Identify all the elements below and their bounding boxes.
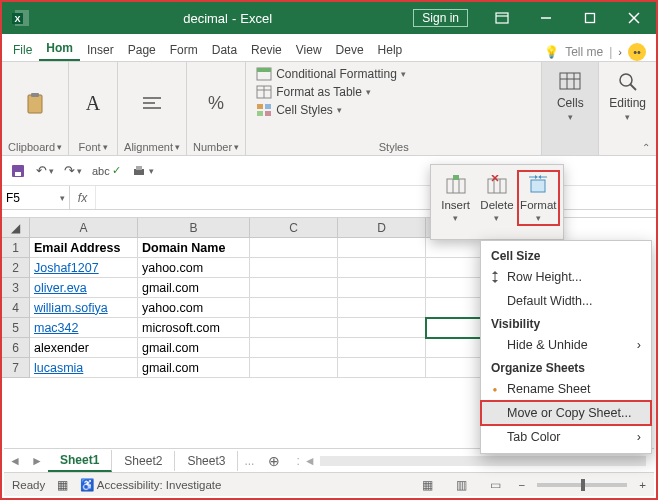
delete-cells-button[interactable]: Delete▾ bbox=[476, 171, 517, 225]
chevron-right-icon[interactable]: › bbox=[618, 46, 622, 58]
sheet-tab[interactable]: Sheet2 bbox=[112, 451, 175, 471]
cell[interactable]: Joshaf1207 bbox=[30, 258, 138, 278]
menu-review[interactable]: Revie bbox=[244, 39, 289, 61]
row-header[interactable]: 4 bbox=[2, 298, 30, 318]
menu-row-height[interactable]: Row Height... bbox=[481, 265, 651, 289]
menu-home[interactable]: Hom bbox=[39, 37, 80, 61]
sheet-tab[interactable]: Sheet3 bbox=[175, 451, 238, 471]
menu-file[interactable]: File bbox=[6, 39, 39, 61]
redo-button[interactable]: ↷▾ bbox=[64, 163, 82, 178]
status-macro-icon[interactable]: ▦ bbox=[57, 478, 68, 492]
row-header[interactable]: 7 bbox=[2, 358, 30, 378]
undo-button[interactable]: ↶▾ bbox=[36, 163, 54, 178]
menu-rename-sheet[interactable]: ●Rename Sheet bbox=[481, 377, 651, 401]
col-header[interactable]: C bbox=[250, 218, 338, 238]
hscrollbar[interactable] bbox=[320, 456, 646, 466]
menu-tab-color[interactable]: Tab Color› bbox=[481, 425, 651, 449]
sheet-nav-next[interactable]: ► bbox=[26, 454, 48, 468]
minimize-icon[interactable] bbox=[524, 2, 568, 34]
format-cells-button[interactable]: Format▾ bbox=[518, 171, 559, 225]
cell[interactable]: yahoo.com bbox=[138, 258, 250, 278]
menu-hide-unhide[interactable]: Hide & Unhide› bbox=[481, 333, 651, 357]
close-icon[interactable] bbox=[612, 2, 656, 34]
menu-page[interactable]: Page bbox=[121, 39, 163, 61]
fx-icon[interactable]: fx bbox=[70, 186, 96, 209]
view-pagebreak-icon[interactable]: ▭ bbox=[485, 476, 507, 494]
menu-formulas[interactable]: Form bbox=[163, 39, 205, 61]
save-button[interactable] bbox=[10, 163, 26, 179]
status-ready: Ready bbox=[12, 479, 45, 491]
svg-text:X: X bbox=[14, 14, 20, 24]
ribbon-alignment-group: Alignment▾ bbox=[118, 62, 187, 155]
menu-developer[interactable]: Deve bbox=[329, 39, 371, 61]
svg-marker-45 bbox=[535, 175, 538, 179]
alignment-button[interactable] bbox=[134, 89, 170, 119]
account-emoji-icon[interactable]: •• bbox=[628, 43, 646, 61]
hscroll-left-icon[interactable]: ◄ bbox=[304, 454, 316, 468]
col-header[interactable]: D bbox=[338, 218, 426, 238]
zoom-in-button[interactable]: + bbox=[639, 479, 646, 491]
view-pagelayout-icon[interactable]: ▥ bbox=[451, 476, 473, 494]
ribbon-display-icon[interactable] bbox=[480, 2, 524, 34]
accessibility-status[interactable]: ♿ Accessibility: Investigate bbox=[80, 478, 221, 492]
collapse-ribbon-icon[interactable]: ⌃ bbox=[642, 142, 650, 153]
cell[interactable]: lucasmia bbox=[30, 358, 138, 378]
cell[interactable] bbox=[250, 238, 338, 258]
tell-me[interactable]: Tell me bbox=[565, 45, 603, 59]
cell[interactable]: william.sofiya bbox=[30, 298, 138, 318]
row-header[interactable]: 6 bbox=[2, 338, 30, 358]
menu-data[interactable]: Data bbox=[205, 39, 244, 61]
menu-view[interactable]: View bbox=[289, 39, 329, 61]
view-normal-icon[interactable]: ▦ bbox=[417, 476, 439, 494]
svg-rect-3 bbox=[496, 13, 508, 23]
row-header[interactable]: 2 bbox=[2, 258, 30, 278]
cell-styles-button[interactable]: Cell Styles▾ bbox=[254, 102, 533, 118]
spellcheck-button[interactable]: abc✓ bbox=[92, 164, 121, 177]
sheet-nav-prev[interactable]: ◄ bbox=[4, 454, 26, 468]
menu-default-width[interactable]: Default Width... bbox=[481, 289, 651, 313]
cells-button[interactable]: Cells▾ bbox=[548, 66, 592, 124]
menu-insert[interactable]: Inser bbox=[80, 39, 121, 61]
signin-button[interactable]: Sign in bbox=[413, 9, 468, 27]
sheet-tab[interactable]: Sheet1 bbox=[48, 450, 112, 472]
col-header[interactable]: A bbox=[30, 218, 138, 238]
new-sheet-button[interactable]: ⊕ bbox=[260, 453, 288, 469]
cell[interactable]: Domain Name bbox=[138, 238, 250, 258]
menu-help[interactable]: Help bbox=[371, 39, 410, 61]
cell[interactable]: yahoo.com bbox=[138, 298, 250, 318]
cell[interactable]: alexender bbox=[30, 338, 138, 358]
menu-move-or-copy-sheet[interactable]: Move or Copy Sheet... bbox=[481, 401, 651, 425]
ribbon-cells-group: Cells▾ bbox=[542, 62, 599, 155]
paste-button[interactable] bbox=[17, 89, 53, 119]
cell[interactable]: gmail.com bbox=[138, 338, 250, 358]
editing-button[interactable]: Editing▾ bbox=[605, 66, 650, 124]
cell[interactable]: microsoft.com bbox=[138, 318, 250, 338]
cell[interactable] bbox=[338, 238, 426, 258]
svg-rect-22 bbox=[265, 111, 271, 116]
cell[interactable]: Email Address bbox=[30, 238, 138, 258]
conditional-formatting-button[interactable]: Conditional Formatting▾ bbox=[254, 66, 533, 82]
zoom-out-button[interactable]: − bbox=[519, 479, 526, 491]
svg-rect-21 bbox=[257, 111, 263, 116]
cell[interactable]: gmail.com bbox=[138, 358, 250, 378]
name-box[interactable]: F5▾ bbox=[2, 186, 70, 209]
row-header[interactable]: 1 bbox=[2, 238, 30, 258]
select-all-corner[interactable]: ◢ bbox=[2, 218, 30, 238]
col-header[interactable]: B bbox=[138, 218, 250, 238]
cell[interactable] bbox=[426, 238, 486, 258]
quickprint-button[interactable]: ▾ bbox=[131, 164, 154, 178]
lightbulb-icon: 💡 bbox=[544, 45, 559, 59]
row-header[interactable]: 3 bbox=[2, 278, 30, 298]
cell[interactable]: mac342 bbox=[30, 318, 138, 338]
cell[interactable]: oliver.eva bbox=[30, 278, 138, 298]
font-button[interactable]: A bbox=[75, 89, 111, 119]
zoom-slider[interactable] bbox=[537, 483, 627, 487]
cell[interactable]: gmail.com bbox=[138, 278, 250, 298]
format-as-table-button[interactable]: Format as Table▾ bbox=[254, 84, 533, 100]
chevron-down-icon: ▾ bbox=[60, 193, 65, 203]
formula-bar[interactable] bbox=[96, 186, 656, 209]
number-button[interactable]: % bbox=[198, 89, 234, 119]
maximize-icon[interactable] bbox=[568, 2, 612, 34]
row-header[interactable]: 5 bbox=[2, 318, 30, 338]
insert-cells-button[interactable]: Insert▾ bbox=[435, 171, 476, 225]
